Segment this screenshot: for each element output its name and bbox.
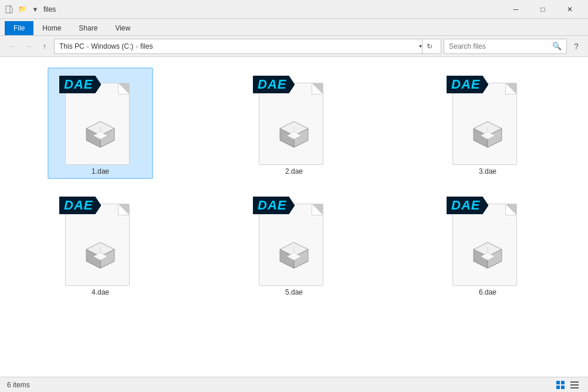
svg-rect-62 [570, 387, 579, 388]
svg-rect-59 [561, 386, 565, 389]
doc-page-fold [312, 204, 323, 215]
cube-icon [77, 112, 124, 159]
search-icon: 🔍 [552, 42, 562, 50]
doc-page-fold [506, 204, 516, 215]
file-name: 1.dae [92, 167, 109, 175]
dae-label: DAE [59, 197, 101, 214]
file-name: 6.dae [479, 288, 496, 296]
file-name: 4.dae [92, 288, 109, 296]
svg-marker-1 [10, 6, 12, 13]
ribbon-tab-list: File Home Share View [0, 19, 588, 35]
file-icon-wrap: DAE [447, 71, 529, 165]
content-area: DAE 1.dae [0, 57, 588, 377]
status-bar: 6 items [0, 377, 588, 392]
minimize-button[interactable]: ─ [502, 0, 529, 19]
cube-icon [271, 233, 317, 280]
ribbon: File Home Share View [0, 19, 588, 36]
cube-icon [464, 112, 511, 159]
view-toggle [554, 379, 581, 391]
file-name: 2.dae [285, 167, 303, 175]
breadcrumb: This PC › Windows (C:) › files [59, 42, 419, 50]
help-button[interactable]: ? [569, 39, 583, 53]
breadcrumb-files: files [140, 42, 153, 50]
doc-page-fold [119, 204, 129, 215]
address-bar: ← → ↑ This PC › Windows (C:) › files ▾ ↻… [0, 36, 588, 57]
svg-rect-56 [556, 381, 560, 384]
tab-home[interactable]: Home [33, 21, 70, 35]
file-item[interactable]: DAE 2.dae [241, 67, 347, 179]
file-icon-wrap: DAE [253, 71, 335, 165]
breadcrumb-windows-c: Windows (C:) [91, 42, 133, 50]
file-name: 3.dae [479, 167, 496, 175]
file-grid: DAE 1.dae [9, 63, 579, 305]
grid-view-button[interactable] [554, 379, 567, 391]
file-item[interactable]: DAE 6.dae [435, 188, 540, 300]
svg-rect-58 [556, 386, 560, 389]
svg-rect-57 [561, 381, 565, 384]
file-icon-wrap: DAE [253, 192, 335, 286]
cube-icon [464, 233, 511, 280]
search-input[interactable] [449, 42, 550, 50]
file-icon-wrap: DAE [447, 192, 529, 286]
tab-share[interactable]: Share [70, 21, 106, 35]
window-controls: ─ □ ✕ [502, 0, 583, 19]
dae-label: DAE [253, 76, 295, 93]
title-bar: 📁 ▼ files ─ □ ✕ [0, 0, 588, 19]
file-icon-wrap: DAE [59, 71, 141, 165]
doc-page-fold [119, 83, 129, 94]
doc-page-fold [312, 83, 323, 94]
title-bar-icons: 📁 ▼ [5, 5, 40, 14]
search-box[interactable]: 🔍 [444, 39, 567, 54]
tab-file[interactable]: File [5, 21, 33, 35]
dae-label: DAE [253, 197, 295, 214]
doc-page-fold [506, 83, 516, 94]
breadcrumb-this-pc: This PC [59, 42, 85, 50]
file-name: 5.dae [285, 288, 303, 296]
file-icon [5, 5, 14, 14]
up-button[interactable]: ↑ [38, 39, 52, 53]
dae-label: DAE [447, 197, 488, 214]
back-button[interactable]: ← [5, 39, 19, 53]
file-item[interactable]: DAE 5.dae [241, 188, 347, 300]
file-item[interactable]: DAE 4.dae [48, 188, 153, 300]
svg-rect-60 [570, 381, 579, 383]
cube-icon [271, 112, 317, 159]
window-title: files [43, 5, 502, 13]
chevron-down-icon: ▼ [31, 5, 40, 14]
qat-icon: 📁 [18, 5, 27, 14]
dae-label: DAE [59, 76, 101, 93]
file-icon-wrap: DAE [59, 192, 141, 286]
file-item[interactable]: DAE 3.dae [435, 67, 540, 179]
tab-view[interactable]: View [106, 21, 139, 35]
svg-rect-61 [570, 384, 579, 386]
maximize-button[interactable]: □ [529, 0, 556, 19]
cube-icon [77, 233, 124, 280]
close-button[interactable]: ✕ [556, 0, 583, 19]
address-field[interactable]: This PC › Windows (C:) › files ▾ ↻ [54, 39, 441, 54]
dae-label: DAE [447, 76, 488, 93]
forward-button[interactable]: → [21, 39, 35, 53]
item-count: 6 items [7, 381, 30, 389]
list-view-button[interactable] [568, 379, 581, 391]
file-item[interactable]: DAE 1.dae [48, 67, 153, 179]
refresh-button[interactable]: ↻ [422, 39, 436, 54]
